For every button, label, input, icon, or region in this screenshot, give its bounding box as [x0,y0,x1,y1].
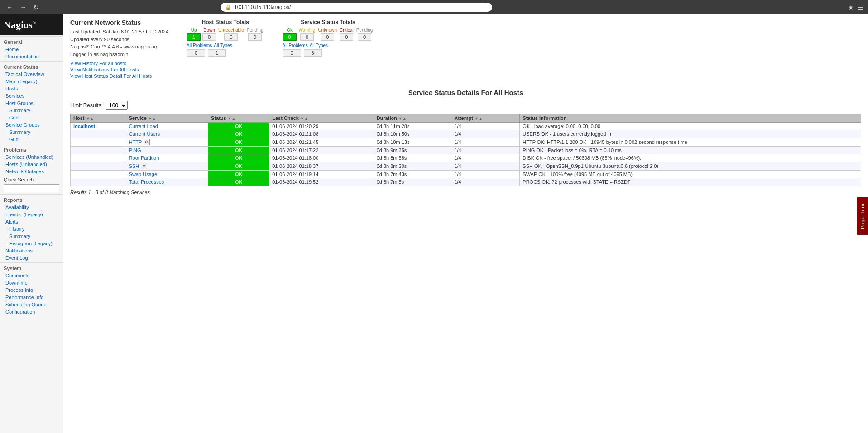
sidebar-item-scheduling-queue[interactable]: Scheduling Queue [0,301,63,308]
host-up-count[interactable]: 1 [187,33,201,41]
host-all-problems-link[interactable]: All Problems [187,43,212,48]
view-notifications-link[interactable]: View Notifications For All Hosts [70,67,168,72]
sidebar: Nagios® General Home Documentation Curre… [0,14,63,433]
cell-host [71,171,126,178]
sidebar-item-services-unhandled[interactable]: Services (Unhandled) [0,153,63,161]
sidebar-item-services[interactable]: Services [0,92,63,100]
limit-select[interactable]: 25 50 100 200 All [106,101,128,110]
svc-types-count[interactable]: 8 [304,49,322,57]
browser-chrome: ← → ↻ 🔒 103.110.85.113/nagios/ ★ ☰ [0,0,868,14]
quick-search-input[interactable] [4,184,59,192]
last-updated: Last Updated: Sat Jan 6 01:21:57 UTC 202… [70,28,168,36]
host-types-count[interactable]: 1 [208,49,226,57]
sidebar-item-availability[interactable]: Availability [0,204,63,211]
cell-attempt: 1/4 [451,171,520,178]
cell-service: Current Load [126,123,208,130]
sidebar-item-host-groups-grid[interactable]: Grid [0,114,63,121]
svc-pending-label: Pending [355,27,374,33]
forward-button[interactable]: → [18,3,28,12]
network-status-title: Current Network Status [70,19,168,26]
service-status-title: Service Status Totals [283,19,374,25]
service-link[interactable]: Total Processes [129,179,164,185]
svc-unknown-count[interactable]: 0 [321,33,334,41]
col-service: Service ▼▲ [126,114,208,123]
cell-service: SSH⚙ [126,162,208,171]
cell-last-check: 01-06-2024 01:17:22 [269,147,374,154]
col-status: Status ▼▲ [208,114,269,123]
sidebar-item-performance-info[interactable]: Performance Info [0,294,63,301]
page-tour-button[interactable]: Page Tour [857,197,868,235]
sidebar-item-service-groups[interactable]: Service Groups [0,121,63,128]
host-pending-label: Pending [246,27,264,33]
service-link[interactable]: Current Load [129,124,158,129]
host-down-count[interactable]: 0 [202,33,216,41]
cell-status-info: OK - load average: 0.00, 0.00, 0.00 [520,123,861,130]
svc-pending-count[interactable]: 0 [358,33,371,41]
svc-all-types-link[interactable]: All Types [310,43,328,48]
sidebar-item-map[interactable]: Map (Legacy) [0,78,63,85]
sidebar-item-documentation[interactable]: Documentation [0,53,63,60]
service-link[interactable]: PING [129,148,141,153]
service-action-icon[interactable]: ⚙ [141,163,147,169]
view-history-link[interactable]: View History For all hosts [70,61,168,66]
service-link[interactable]: Root Partition [129,155,159,161]
sidebar-item-host-groups-summary[interactable]: Summary [0,107,63,114]
service-action-icon[interactable]: ⚙ [144,139,150,145]
sidebar-item-service-groups-grid[interactable]: Grid [0,136,63,143]
table-row: HTTP⚙OK01-06-2024 01:21:450d 8h 10m 13s1… [71,138,861,147]
view-host-status-link[interactable]: View Host Status Detail For All Hosts [70,73,168,79]
host-unreachable-count[interactable]: 0 [224,33,238,41]
cell-duration: 0d 8h 7m 5s [374,178,451,186]
svc-all-problems-link[interactable]: All Problems [283,43,308,48]
sidebar-item-alerts-history[interactable]: History [0,225,63,233]
sidebar-item-host-groups[interactable]: Host Groups [0,100,63,107]
sidebar-item-tactical-overview[interactable]: Tactical Overview [0,71,63,78]
host-up-label: Up [187,27,201,33]
sidebar-item-network-outages[interactable]: Network Outages [0,168,63,175]
table-row: localhostCurrent LoadOK01-06-2024 01:20:… [71,123,861,130]
host-all-types-link[interactable]: All Types [214,43,232,48]
table-row: Swap UsageOK01-06-2024 01:19:140d 8h 7m … [71,171,861,178]
sidebar-item-home[interactable]: Home [0,46,63,53]
back-button[interactable]: ← [5,3,14,12]
service-link[interactable]: SSH [129,163,139,169]
sidebar-item-hosts-unhandled[interactable]: Hosts (Unhandled) [0,161,63,168]
sidebar-section-problems: Problems [0,144,63,153]
sidebar-item-alerts-summary[interactable]: Summary [0,233,63,240]
sidebar-item-comments[interactable]: Comments [0,272,63,279]
limit-results-row: Limit Results: 25 50 100 200 All [70,101,861,110]
sidebar-item-service-groups-summary[interactable]: Summary [0,128,63,136]
host-problems-count[interactable]: 0 [187,49,205,57]
extensions-icon[interactable]: ☰ [858,4,863,11]
address-bar[interactable]: 🔒 103.110.85.113/nagios/ [221,3,492,12]
cell-duration: 0d 8h 7m 43s [374,171,451,178]
host-pending-count[interactable]: 0 [248,33,262,41]
sidebar-item-notifications[interactable]: Notifications [0,247,63,254]
service-link[interactable]: Current Users [129,131,160,137]
cell-status-info: PROCS OK: 72 processes with STATE = RSZD… [520,178,861,186]
sidebar-item-process-info[interactable]: Process Info [0,286,63,294]
cell-host [71,154,126,162]
cell-last-check: 01-06-2024 01:19:14 [269,171,374,178]
nagios-version: Nagios® Core™ 4.4.6 - www.nagios.org [70,43,168,51]
service-link[interactable]: HTTP [129,139,142,145]
sidebar-item-alerts[interactable]: Alerts [0,218,63,225]
sidebar-item-downtime[interactable]: Downtime [0,279,63,286]
sidebar-item-alerts-histogram[interactable]: Histogram (Legacy) [0,240,63,247]
sidebar-item-trends[interactable]: Trends (Legacy) [0,211,63,218]
sidebar-item-configuration[interactable]: Configuration [0,308,63,315]
svc-critical-count[interactable]: 0 [340,33,353,41]
bookmark-icon[interactable]: ★ [848,4,854,11]
service-link[interactable]: Swap Usage [129,171,157,177]
reload-button[interactable]: ↻ [32,3,41,12]
host-link[interactable]: localhost [73,124,95,129]
cell-duration: 0d 8h 11m 28s [374,123,451,130]
svc-ok-count[interactable]: 8 [283,33,297,41]
cell-duration: 0d 8h 10m 50s [374,130,451,138]
svc-problems-count[interactable]: 0 [283,49,301,57]
cell-attempt: 1/4 [451,130,520,138]
host-down-label: Down [202,27,216,33]
sidebar-item-hosts[interactable]: Hosts [0,85,63,92]
sidebar-item-event-log[interactable]: Event Log [0,254,63,262]
svc-warning-count[interactable]: 0 [300,33,314,41]
